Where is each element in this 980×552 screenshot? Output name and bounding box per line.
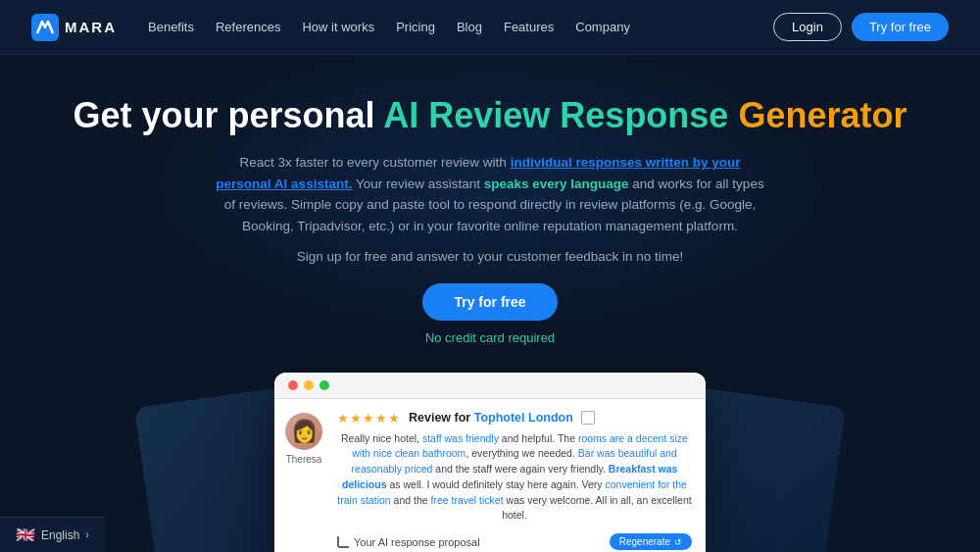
card-content: ★★★★★ Review for Tophotel London Really … — [333, 399, 706, 552]
card-titlebar — [274, 373, 706, 399]
window-dot-green — [319, 380, 329, 390]
reply-icon — [337, 536, 349, 548]
avatar-column: 👩 Theresa — [274, 399, 333, 552]
review-text-1: Really nice hotel, — [341, 432, 422, 444]
reviewer-name: Theresa — [286, 454, 322, 465]
try-for-free-hero-button[interactable]: Try for free — [422, 283, 557, 321]
ai-response-header: Your AI response proposal Regenerate ↺ — [337, 533, 692, 550]
nav-link-references[interactable]: References — [216, 20, 280, 34]
review-text-6: and the — [391, 494, 431, 506]
window-dot-red — [288, 380, 298, 390]
nav-link-features[interactable]: Features — [504, 20, 554, 34]
review-text: Really nice hotel, staff was friendly an… — [337, 431, 692, 525]
review-header: ★★★★★ Review for Tophotel London — [337, 411, 692, 426]
logo[interactable]: MARA — [31, 14, 117, 41]
avatar: 👩 — [285, 413, 322, 450]
flag-icon: 🇬🇧 — [16, 526, 35, 544]
logo-text: MARA — [65, 19, 117, 35]
language-bar[interactable]: 🇬🇧 English › — [0, 517, 105, 552]
review-title: Review for Tophotel London — [409, 411, 573, 425]
ai-label-text: Your AI response proposal — [354, 536, 480, 548]
review-hl1: staff was friendly — [422, 432, 499, 444]
login-button[interactable]: Login — [773, 13, 842, 41]
chevron-down-icon: › — [85, 529, 88, 540]
hero-tagline: Sign up for free and answer to your cust… — [20, 249, 960, 264]
hero-title-ai: AI Review Response — [383, 95, 728, 135]
hero-desc-prefix: React 3x faster to every customer review… — [240, 155, 511, 170]
ai-label: Your AI response proposal — [337, 536, 480, 548]
regenerate-label: Regenerate — [619, 536, 670, 547]
no-credit-label: No credit card required — [20, 330, 960, 345]
nav-link-pricing[interactable]: Pricing — [396, 20, 435, 34]
navbar-left: MARA Benefits References How it works Pr… — [31, 14, 630, 41]
copy-icon[interactable] — [581, 411, 595, 425]
review-stars: ★★★★★ — [337, 411, 401, 426]
navbar: MARA Benefits References How it works Pr… — [0, 0, 980, 55]
card-body: 👩 Theresa ★★★★★ Review for Tophotel Lond… — [274, 399, 706, 552]
demo-area: 👩 Theresa ★★★★★ Review for Tophotel Lond… — [118, 373, 862, 552]
hero-desc-mid: Your review assistant — [352, 176, 483, 191]
hero-title-generator: Generator — [738, 95, 906, 135]
nav-links: Benefits References How it works Pricing… — [148, 20, 630, 34]
review-text-4: and the staff were again very friendly. — [432, 463, 608, 475]
hero-description: React 3x faster to every customer review… — [216, 152, 764, 236]
review-text-7: was very welcome. All in all, an excelle… — [502, 494, 691, 522]
review-header-text: Review for — [409, 411, 474, 425]
hotel-name: Tophotel London — [474, 411, 573, 425]
navbar-right: Login Try for free — [773, 13, 949, 41]
hero-title: Get your personal AI Review Response Gen… — [20, 94, 960, 136]
try-for-free-nav-button[interactable]: Try for free — [852, 13, 949, 41]
review-text-2: and helpful. The — [499, 432, 578, 444]
hero-desc-highlight2: speaks every language — [484, 176, 629, 191]
regenerate-icon: ↺ — [674, 537, 682, 547]
nav-link-blog[interactable]: Blog — [457, 20, 482, 34]
review-hl6: free travel ticket — [431, 494, 504, 506]
review-text-3: , everything we needed. — [466, 447, 577, 459]
nav-link-benefits[interactable]: Benefits — [148, 20, 194, 34]
window-dot-yellow — [304, 380, 314, 390]
review-text-5: as well. I would definitely stay here ag… — [387, 478, 606, 490]
nav-link-how-it-works[interactable]: How it works — [302, 20, 374, 34]
language-label: English — [41, 528, 79, 542]
hero-title-prefix: Get your personal — [74, 95, 384, 135]
main-demo-card: 👩 Theresa ★★★★★ Review for Tophotel Lond… — [274, 373, 706, 552]
regenerate-button[interactable]: Regenerate ↺ — [610, 533, 692, 550]
hero-section: Get your personal AI Review Response Gen… — [0, 55, 980, 552]
nav-link-company[interactable]: Company — [575, 20, 630, 34]
